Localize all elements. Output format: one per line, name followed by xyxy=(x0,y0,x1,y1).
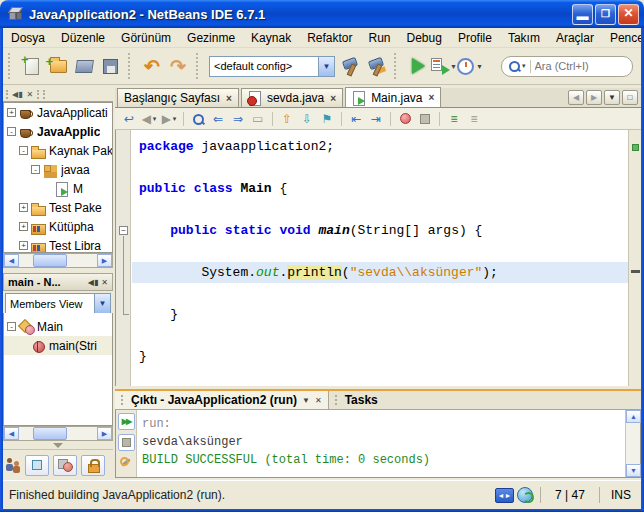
chevron-down-icon[interactable]: ▼ xyxy=(476,63,483,70)
code-line[interactable]: package javaapplication2; xyxy=(132,136,628,157)
output-console[interactable]: run:sevda\aksüngerBUILD SUCCESSFUL (tota… xyxy=(138,412,624,477)
error-stripe[interactable] xyxy=(628,130,641,386)
project-tree-item[interactable]: +Kütüpha xyxy=(4,217,112,236)
close-icon[interactable]: ✕ xyxy=(27,91,34,99)
toolbar-grip[interactable] xyxy=(8,53,15,79)
undo-button[interactable]: ↶ xyxy=(139,53,165,79)
tab-output[interactable]: Çıktı - JavaApplication2 (run) ▼ ✕ xyxy=(115,391,329,409)
scroll-down-icon[interactable]: ▼ xyxy=(626,464,641,477)
minimize-button[interactable]: ▬ xyxy=(572,4,593,25)
project-tree-item[interactable]: +Test Libra xyxy=(4,236,112,253)
editor-gutter[interactable]: − xyxy=(116,130,131,386)
menu-düzenle[interactable]: Düzenle xyxy=(53,29,113,47)
expand-icon[interactable]: + xyxy=(19,222,28,231)
tab-close-icon[interactable]: × xyxy=(330,93,336,104)
code-area[interactable]: package javaapplication2;public class Ma… xyxy=(132,130,628,386)
quick-search-box[interactable]: ▾ xyxy=(501,56,633,77)
navigator-tree-item[interactable]: -Main xyxy=(4,317,112,336)
menu-araçlar[interactable]: Araçlar xyxy=(548,29,602,47)
code-line[interactable] xyxy=(132,241,628,262)
menu-profile[interactable]: Profile xyxy=(450,29,500,47)
menu-dosya[interactable]: Dosya xyxy=(3,29,53,47)
menu-takım[interactable]: Takım xyxy=(500,29,548,47)
editor-tab-ba-lang-sayfas-[interactable]: Başlangıç Sayfası× xyxy=(117,88,239,107)
open-project-button[interactable] xyxy=(71,53,97,79)
toolbar-grip[interactable] xyxy=(394,53,401,79)
editor-tab-main-java[interactable]: Main.java× xyxy=(345,87,441,107)
code-line[interactable]: } xyxy=(132,304,628,325)
panel-grip[interactable] xyxy=(43,90,45,99)
filter-dropdown-icon[interactable]: ▼ xyxy=(302,396,310,405)
window-switch-icon[interactable]: ◄► xyxy=(495,488,514,503)
code-line[interactable] xyxy=(132,283,628,304)
toggle-highlight-button[interactable]: ▭ xyxy=(248,110,268,128)
stop-build-button[interactable] xyxy=(118,434,135,451)
scrollbar-thumb[interactable] xyxy=(33,254,67,267)
last-edit-position-button[interactable]: ↩ xyxy=(119,110,139,128)
record-macro-button[interactable] xyxy=(395,110,415,128)
expand-icon[interactable]: + xyxy=(7,108,16,117)
scroll-right-icon[interactable]: ▶ xyxy=(97,427,112,440)
tab-close-icon[interactable]: × xyxy=(226,93,232,104)
new-file-button[interactable] xyxy=(19,53,45,79)
code-line[interactable] xyxy=(132,157,628,178)
output-vscrollbar[interactable]: ▲ ▼ xyxy=(625,410,640,477)
maximize-button[interactable]: ❐ xyxy=(595,4,616,25)
menu-debug[interactable]: Debug xyxy=(399,29,450,47)
next-bookmark-button[interactable]: ⇩ xyxy=(297,110,317,128)
panel-grip[interactable] xyxy=(6,90,8,99)
project-tree-item[interactable]: +M xyxy=(4,179,112,198)
code-line[interactable]: public class Main { xyxy=(132,178,628,199)
fold-collapse-icon[interactable]: − xyxy=(119,226,128,235)
menu-görünüm[interactable]: Görünüm xyxy=(113,29,179,47)
toolbar-grip[interactable] xyxy=(196,53,203,79)
scroll-left-icon[interactable]: ◀ xyxy=(4,427,19,440)
rerun-button[interactable]: ▶▶ xyxy=(118,413,135,430)
show-fields-button[interactable] xyxy=(25,455,49,476)
navigator-hscrollbar[interactable]: ◀ ▶ xyxy=(3,426,113,441)
navigator-view-select[interactable]: Members View ▼ xyxy=(5,293,111,314)
find-button[interactable] xyxy=(188,110,208,128)
show-non-public-button[interactable] xyxy=(81,455,105,476)
code-editor[interactable]: − package javaapplication2;public class … xyxy=(115,130,641,386)
project-tree-item[interactable]: -javaa xyxy=(4,160,112,179)
output-settings-button[interactable] xyxy=(119,455,133,469)
run-project-button[interactable] xyxy=(405,53,431,79)
scroll-right-icon[interactable]: ▶ xyxy=(97,254,112,267)
menu-gezinme[interactable]: Gezinme xyxy=(179,29,243,47)
scroll-up-icon[interactable]: ▲ xyxy=(626,410,641,423)
close-button[interactable]: ✕ xyxy=(618,4,639,25)
stop-macro-button[interactable] xyxy=(415,110,435,128)
build-button[interactable] xyxy=(337,53,363,79)
navigator-panel-header[interactable]: main - N... ◀▮ ✕ xyxy=(3,273,113,291)
code-line[interactable] xyxy=(132,199,628,220)
project-tree-item[interactable]: -JavaApplic xyxy=(4,122,112,141)
panel-collapse-handle[interactable] xyxy=(3,441,113,449)
comment-button[interactable]: ≡ xyxy=(444,110,464,128)
debug-project-button[interactable]: ▼ xyxy=(431,53,457,79)
scroll-tabs-right-icon[interactable]: ▶ xyxy=(586,90,602,105)
menu-kaynak[interactable]: Kaynak xyxy=(243,29,299,47)
code-line[interactable]: } xyxy=(132,346,628,367)
new-project-button[interactable] xyxy=(45,53,71,79)
collapse-icon[interactable]: - xyxy=(7,127,16,136)
find-next-button[interactable]: ⇒ xyxy=(228,110,248,128)
chevron-down-icon[interactable]: ▼ xyxy=(450,63,457,70)
scroll-left-icon[interactable]: ◀ xyxy=(4,254,19,267)
redo-button[interactable]: ↷ xyxy=(165,53,191,79)
forward-button[interactable]: ▶▾ xyxy=(159,110,179,128)
project-tree-item[interactable]: +Test Pake xyxy=(4,198,112,217)
close-icon[interactable]: ✕ xyxy=(315,396,322,405)
title-bar[interactable]: JavaApplication2 - NetBeans IDE 6.7.1 ▬ … xyxy=(0,0,644,28)
uncomment-button[interactable]: ≡ xyxy=(464,110,484,128)
editor-tab-sevda-java[interactable]: sevda.java× xyxy=(241,88,343,107)
chevron-down-icon[interactable]: ▼ xyxy=(94,294,110,313)
search-input[interactable] xyxy=(535,60,621,72)
scroll-tabs-left-icon[interactable]: ◀ xyxy=(568,90,584,105)
toolbar-grip[interactable] xyxy=(128,53,135,79)
dock-icon[interactable]: ◀▮ xyxy=(88,278,99,287)
tab-close-icon[interactable]: × xyxy=(428,92,434,103)
previous-bookmark-button[interactable]: ⇧ xyxy=(277,110,297,128)
menu-pencere[interactable]: Pencere xyxy=(602,29,644,47)
profile-project-button[interactable]: ▼ xyxy=(457,53,483,79)
